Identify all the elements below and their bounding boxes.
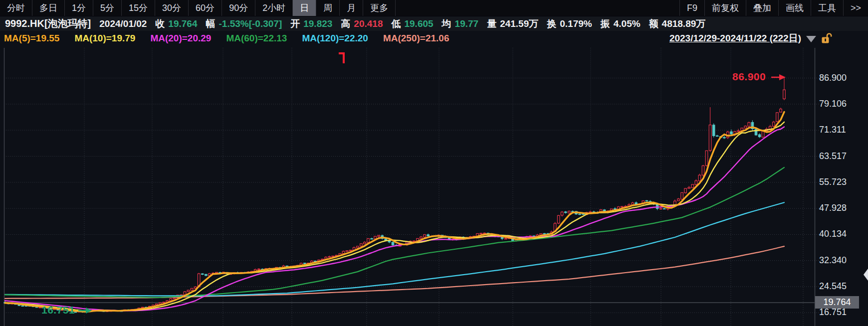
y-axis-label: 71.311 xyxy=(819,125,846,135)
ma-legend-item: MA(120)=22.20 xyxy=(302,33,368,44)
toolbar-button-工具[interactable]: 工具 xyxy=(811,0,843,16)
chevron-down-icon[interactable] xyxy=(806,36,816,42)
field-label: 幅 xyxy=(206,17,215,30)
quote-field-换: 换0.179% xyxy=(547,17,592,30)
quote-field-低: 低19.605 xyxy=(391,17,433,30)
low-price-annotation: 16.751 xyxy=(41,304,75,316)
quote-field-收: 收19.764 xyxy=(155,17,197,30)
ma-legend-row: MA(5)=19.55MA(10)=19.79MA(20)=20.29MA(60… xyxy=(4,32,832,45)
ma-legend-item: MA(60)=22.13 xyxy=(226,33,287,44)
y-axis-label: 86.900 xyxy=(819,73,847,83)
tab-分时[interactable]: 分时 xyxy=(0,0,32,16)
toolbar-button-叠加[interactable]: 叠加 xyxy=(746,0,778,16)
unlock-icon[interactable] xyxy=(821,33,832,44)
toolbar-button-画线[interactable]: 画线 xyxy=(778,0,811,16)
tab-15分[interactable]: 15分 xyxy=(122,0,155,16)
field-value: 19.823 xyxy=(303,18,332,29)
toolbar-button-前复权[interactable]: 前复权 xyxy=(704,0,746,16)
tab-1分[interactable]: 1分 xyxy=(65,0,93,16)
field-label: 量 xyxy=(487,17,496,30)
quote-field-开: 开19.823 xyxy=(290,17,332,30)
period-toolbar: 分时多日1分5分15分30分60分90分2小时日周月更多F9前复权叠加画线工具>… xyxy=(0,0,868,16)
field-label: 均 xyxy=(442,17,451,30)
field-value: 19.764 xyxy=(168,18,197,29)
field-label: 振 xyxy=(601,17,610,30)
toolbar-spacer xyxy=(396,0,679,16)
trading-terminal-window: 分时多日1分5分15分30分60分90分2小时日周月更多F9前复权叠加画线工具>… xyxy=(0,0,868,326)
ma-legend: MA(5)=19.55MA(10)=19.79MA(20)=20.29MA(60… xyxy=(4,33,449,44)
y-axis-label: 79.106 xyxy=(819,99,847,109)
field-value: -1.53%[-0.307] xyxy=(218,18,282,29)
date-range-selector[interactable]: 2023/12/29-2024/11/22 (222日) xyxy=(669,32,832,45)
field-value: 19.605 xyxy=(404,18,433,29)
field-label: 开 xyxy=(290,17,300,30)
current-price-tag: 19.764 xyxy=(815,296,859,309)
high-price-annotation: 86.900 xyxy=(732,71,766,83)
quote-field-振: 振4.05% xyxy=(601,17,641,30)
tab-月[interactable]: 月 xyxy=(340,0,363,16)
quote-info-bar: 9992.HK[泡泡玛特] 2024/01/02 收19.764幅-1.53%[… xyxy=(0,16,868,31)
tab-30分[interactable]: 30分 xyxy=(155,0,189,16)
tab-5分[interactable]: 5分 xyxy=(93,0,122,16)
tab-多日[interactable]: 多日 xyxy=(32,0,65,16)
symbol-name: 9992.HK[泡泡玛特] xyxy=(5,17,91,30)
quote-field-量: 量241.59万 xyxy=(487,17,538,30)
field-label: 收 xyxy=(155,17,165,30)
field-label: 额 xyxy=(649,17,658,30)
tab-更多[interactable]: 更多 xyxy=(363,0,396,16)
tab-90分[interactable]: 90分 xyxy=(222,0,255,16)
y-axis-label: 47.928 xyxy=(819,203,847,213)
tab-周[interactable]: 周 xyxy=(316,0,340,16)
field-value: 4818.89万 xyxy=(662,17,706,30)
toolbar-button->>[interactable]: >> xyxy=(843,0,868,16)
field-label: 换 xyxy=(547,17,556,30)
y-axis-label: 32.340 xyxy=(819,255,847,266)
toolbar-button-F9[interactable]: F9 xyxy=(679,0,704,16)
field-value: 4.05% xyxy=(614,18,641,29)
tab-日[interactable]: 日 xyxy=(293,0,316,16)
ma-legend-item: MA(10)=19.79 xyxy=(74,33,135,44)
tab-2小时[interactable]: 2小时 xyxy=(255,0,293,16)
quote-field-均: 均19.77 xyxy=(442,17,479,30)
quote-field-额: 额4818.89万 xyxy=(649,17,706,30)
ma-legend-item: MA(20)=20.29 xyxy=(150,33,211,44)
y-axis-label: 55.723 xyxy=(819,177,847,187)
field-value: 19.77 xyxy=(455,18,479,29)
field-label: 低 xyxy=(391,17,401,30)
y-axis-label: 24.545 xyxy=(819,281,847,292)
field-label: 高 xyxy=(341,17,350,30)
field-value: 241.59万 xyxy=(500,17,538,30)
y-axis-label: 16.751 xyxy=(819,307,847,318)
candlestick-chart[interactable] xyxy=(0,0,868,326)
quote-date: 2024/01/02 xyxy=(99,18,147,29)
quote-field-高: 高20.418 xyxy=(341,17,383,30)
field-value: 0.179% xyxy=(560,18,592,29)
quote-field-幅: 幅-1.53%[-0.307] xyxy=(206,17,282,30)
tab-60分[interactable]: 60分 xyxy=(189,0,222,16)
field-value: 20.418 xyxy=(354,18,383,29)
y-axis-label: 40.134 xyxy=(819,229,847,239)
y-axis-label: 63.517 xyxy=(819,151,847,162)
date-range-text[interactable]: 2023/12/29-2024/11/22 (222日) xyxy=(669,32,801,45)
ma-legend-item: MA(5)=19.55 xyxy=(4,33,59,44)
ma-legend-item: MA(250)=21.06 xyxy=(383,33,449,44)
